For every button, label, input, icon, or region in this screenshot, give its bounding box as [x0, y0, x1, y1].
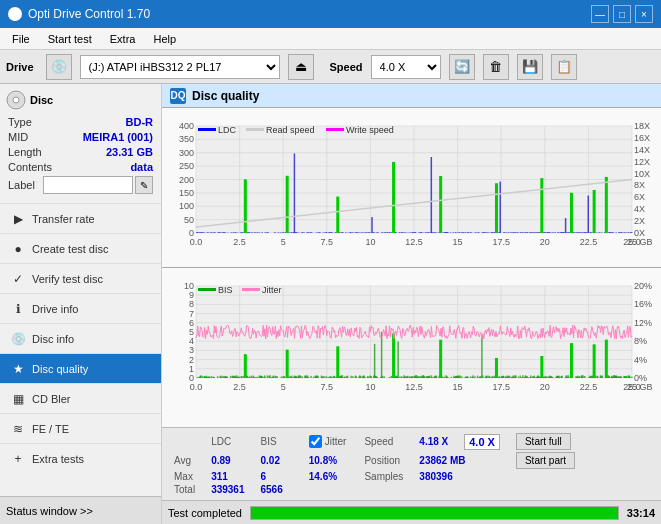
time-display: 33:14	[627, 507, 655, 519]
speed-label: Speed	[330, 61, 363, 73]
sidebar-item-disc-info[interactable]: 💿 Disc info	[0, 323, 161, 353]
titlebar: Opti Drive Control 1.70 — □ ×	[0, 0, 661, 28]
label-input[interactable]	[43, 176, 133, 194]
drive-label: Drive	[6, 61, 34, 73]
jitter-checkbox-label[interactable]: Jitter	[309, 435, 347, 448]
speed-select[interactable]: 4.0 X 8.0 X 2.0 X 1.0 X	[371, 55, 441, 79]
speed-val: 4.18 X	[419, 436, 448, 447]
stats-total-bis: 6566	[257, 483, 295, 496]
sidebar-menu: ▶ Transfer rate ● Create test disc ✓ Ver…	[0, 203, 161, 496]
menu-start-test[interactable]: Start test	[40, 31, 100, 47]
stats-max-label: Max	[170, 470, 207, 483]
stats-speed-header: Speed	[358, 432, 415, 451]
sidebar-item-extra-tests[interactable]: + Extra tests	[0, 443, 161, 473]
menu-file[interactable]: File	[4, 31, 38, 47]
disc-quality-header: DQ Disc quality	[162, 84, 661, 108]
content-area: DQ Disc quality LDC BIS	[162, 84, 661, 524]
sidebar-item-cd-bler[interactable]: ▦ CD Bler	[0, 383, 161, 413]
disc-type-row: Type BD-R	[6, 116, 155, 128]
menu-extra[interactable]: Extra	[102, 31, 144, 47]
stats-panel: LDC BIS Jitter Speed 4.18 X	[162, 427, 661, 500]
erase-btn[interactable]: 🗑	[483, 54, 509, 80]
stats-avg-ldc: 0.89	[207, 451, 256, 470]
disc-length-row: Length 23.31 GB	[6, 146, 155, 158]
stats-bis-header: BIS	[257, 432, 295, 451]
start-part-button[interactable]: Start part	[516, 452, 575, 469]
stats-total-ldc: 339361	[207, 483, 256, 496]
write-btn[interactable]: 💾	[517, 54, 543, 80]
stats-avg-bis: 0.02	[257, 451, 295, 470]
jitter-label: Jitter	[325, 436, 347, 447]
drive-select[interactable]: (J:) ATAPI iHBS312 2 PL17	[80, 55, 280, 79]
sidebar-item-label-fe-te: FE / TE	[32, 423, 69, 435]
disc-mid-value: MEIRA1 (001)	[83, 131, 153, 143]
stats-total-label: Total	[170, 483, 207, 496]
app-title: Opti Drive Control 1.70	[28, 7, 150, 21]
disc-panel: Disc Type BD-R MID MEIRA1 (001) Length 2…	[0, 84, 161, 203]
start-full-header[interactable]: Start full	[512, 432, 587, 451]
stats-avg-label: Avg	[170, 451, 207, 470]
stats-samples-val: 380396	[415, 470, 512, 483]
disc-quality-icon: ★	[10, 361, 26, 377]
menu-help[interactable]: Help	[145, 31, 184, 47]
stats-max-jitter: 14.6%	[295, 470, 359, 483]
stats-speed-box-header: 4.0 X	[460, 432, 512, 451]
status-window-btn[interactable]: Status window >>	[0, 496, 161, 524]
disc-label-label: Label	[8, 179, 35, 191]
disc-info-icon: 💿	[10, 331, 26, 347]
disc-header-icon	[6, 90, 26, 110]
sidebar-item-label-create-test-disc: Create test disc	[32, 243, 108, 255]
label-edit-btn[interactable]: ✎	[135, 176, 153, 194]
disc-quality-title: Disc quality	[192, 89, 259, 103]
progress-bar-fill	[251, 507, 618, 519]
transfer-rate-icon: ▶	[10, 211, 26, 227]
sidebar-item-label-cd-bler: CD Bler	[32, 393, 71, 405]
disc-contents-label: Contents	[8, 161, 52, 173]
disc-type-value: BD-R	[126, 116, 154, 128]
sidebar-item-transfer-rate[interactable]: ▶ Transfer rate	[0, 203, 161, 233]
disc-label-row: Label ✎	[6, 176, 155, 194]
eject-btn[interactable]: ⏏	[288, 54, 314, 80]
start-part-cell[interactable]: Start part	[512, 451, 587, 470]
stats-row: LDC BIS Jitter Speed 4.18 X	[170, 432, 653, 496]
jitter-checkbox[interactable]	[309, 435, 322, 448]
sidebar-item-label-disc-info: Disc info	[32, 333, 74, 345]
save-btn[interactable]: 📋	[551, 54, 577, 80]
drive-info-icon: ℹ	[10, 301, 26, 317]
stats-position-label: Position	[358, 451, 415, 470]
maximize-button[interactable]: □	[613, 5, 631, 23]
create-test-disc-icon: ●	[10, 241, 26, 257]
sidebar-item-fe-te[interactable]: ≋ FE / TE	[0, 413, 161, 443]
sidebar-item-drive-info[interactable]: ℹ Drive info	[0, 293, 161, 323]
sidebar-item-verify-test-disc[interactable]: ✓ Verify test disc	[0, 263, 161, 293]
speed-header-label: Speed	[364, 436, 393, 447]
sidebar-item-label-drive-info: Drive info	[32, 303, 78, 315]
sidebar-item-disc-quality[interactable]: ★ Disc quality	[0, 353, 161, 383]
verify-test-disc-icon: ✓	[10, 271, 26, 287]
cd-bler-icon: ▦	[10, 391, 26, 407]
extra-tests-icon: +	[10, 451, 26, 467]
menubar: File Start test Extra Help	[0, 28, 661, 50]
sidebar-item-label-extra-tests: Extra tests	[32, 453, 84, 465]
stats-jitter-col: Jitter	[295, 432, 359, 451]
disc-mid-label: MID	[8, 131, 28, 143]
main: Disc Type BD-R MID MEIRA1 (001) Length 2…	[0, 84, 661, 524]
sidebar-item-label-verify-test-disc: Verify test disc	[32, 273, 103, 285]
drive-icon-btn[interactable]: 💿	[46, 54, 72, 80]
stats-table: LDC BIS Jitter Speed 4.18 X	[170, 432, 587, 496]
start-full-button[interactable]: Start full	[516, 433, 571, 450]
sidebar-item-create-test-disc[interactable]: ● Create test disc	[0, 233, 161, 263]
stats-max-bis: 6	[257, 470, 295, 483]
minimize-button[interactable]: —	[591, 5, 609, 23]
refresh-btn[interactable]: 🔄	[449, 54, 475, 80]
chart2	[162, 268, 661, 427]
titlebar-left: Opti Drive Control 1.70	[8, 7, 150, 21]
stats-ldc-header: LDC	[207, 432, 256, 451]
close-button[interactable]: ×	[635, 5, 653, 23]
stats-avg-jitter: 10.8%	[295, 451, 359, 470]
disc-quality-header-icon: DQ	[170, 88, 186, 104]
speed-box: 4.0 X	[464, 434, 500, 450]
status-text: Test completed	[168, 507, 242, 519]
titlebar-controls[interactable]: — □ ×	[591, 5, 653, 23]
sidebar-item-label-transfer-rate: Transfer rate	[32, 213, 95, 225]
